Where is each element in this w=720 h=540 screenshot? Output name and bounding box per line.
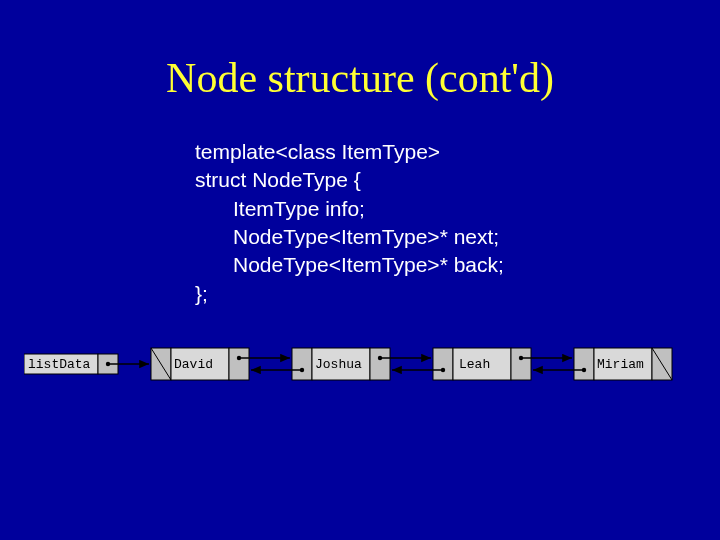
node-info: Joshua — [315, 357, 362, 372]
node-info: Miriam — [597, 357, 644, 372]
list-node: Leah — [392, 348, 572, 380]
svg-rect-10 — [292, 348, 312, 380]
svg-rect-24 — [574, 348, 594, 380]
code-block: template<class ItemType> struct NodeType… — [195, 138, 504, 308]
svg-rect-21 — [511, 348, 531, 380]
list-node: David — [151, 348, 290, 380]
svg-rect-17 — [433, 348, 453, 380]
list-node: Miriam — [533, 348, 672, 380]
code-line: struct NodeType { — [195, 166, 504, 194]
code-line: NodeType<ItemType>* back; — [195, 251, 504, 279]
code-line: }; — [195, 280, 504, 308]
head-label: listData — [28, 357, 91, 372]
head-pointer: listData — [24, 354, 149, 374]
list-node: Joshua — [251, 348, 431, 380]
code-line: ItemType info; — [195, 195, 504, 223]
svg-rect-14 — [370, 348, 390, 380]
slide: Node structure (cont'd) template<class I… — [0, 0, 720, 540]
code-line: template<class ItemType> — [195, 138, 504, 166]
code-line: NodeType<ItemType>* next; — [195, 223, 504, 251]
slide-title: Node structure (cont'd) — [0, 54, 720, 102]
node-info: Leah — [459, 357, 490, 372]
linked-list-diagram: listData David Joshua — [24, 336, 696, 392]
svg-rect-7 — [229, 348, 249, 380]
node-info: David — [174, 357, 213, 372]
